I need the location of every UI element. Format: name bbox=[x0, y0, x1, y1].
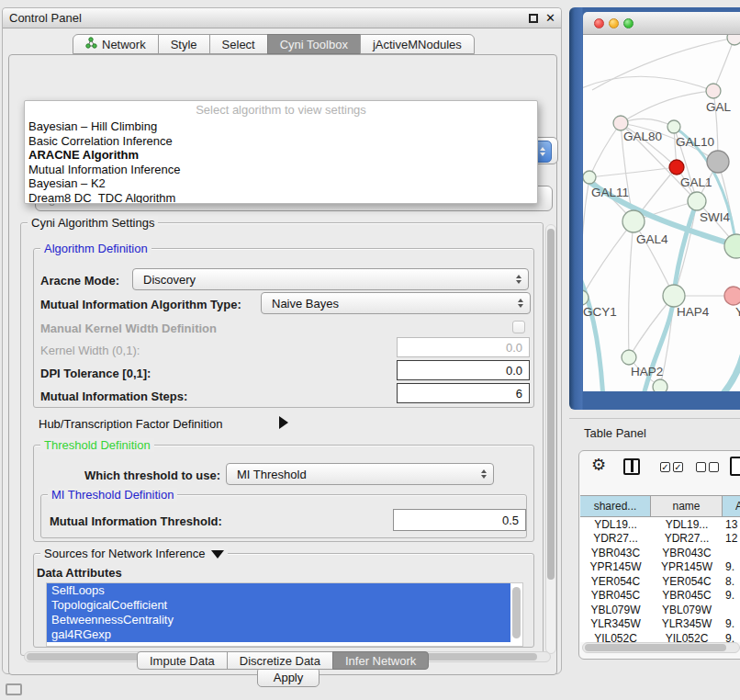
mi-algorithm-type-combo[interactable]: Naive Bayes bbox=[261, 292, 531, 314]
network-edge-highlighted[interactable] bbox=[583, 268, 603, 391]
popup-item-bayesian-hill-climbing[interactable]: Bayesian – Hill Climbing bbox=[25, 119, 537, 134]
popup-item-bayesian-k2[interactable]: Bayesian – K2 bbox=[25, 176, 537, 191]
table-cell[interactable]: YER054C bbox=[580, 574, 651, 589]
table-cell[interactable]: YBR043C bbox=[651, 546, 723, 560]
minimize-traffic-light-icon[interactable] bbox=[609, 18, 619, 28]
network-edge[interactable] bbox=[592, 38, 734, 90]
sources-collapse-arrow-icon[interactable] bbox=[211, 550, 224, 559]
gear-icon[interactable]: ⚙ bbox=[591, 455, 606, 475]
popup-item-dream8[interactable]: Dream8 DC_TDC Algorithm bbox=[25, 191, 537, 205]
network-edge[interactable] bbox=[629, 221, 633, 357]
table-cell[interactable]: 9. bbox=[723, 631, 740, 642]
split-columns-icon[interactable] bbox=[623, 458, 640, 475]
table-cell[interactable]: YPR145W bbox=[580, 560, 651, 575]
table-cell[interactable]: YBR045C bbox=[651, 589, 723, 604]
network-edge[interactable] bbox=[583, 177, 589, 298]
dpi-tolerance-field[interactable]: 0.0 bbox=[397, 360, 530, 380]
network-edge[interactable] bbox=[589, 123, 621, 177]
tab-select[interactable]: Select bbox=[209, 34, 268, 54]
table-cell[interactable]: 9. bbox=[723, 617, 740, 632]
node-y[interactable] bbox=[724, 287, 740, 305]
table-row[interactable]: YPR145WYPR145W9. bbox=[580, 560, 740, 575]
checked-checkbox-icon[interactable]: ✓ bbox=[673, 462, 683, 472]
table-row[interactable]: YBL079WYBL079W bbox=[580, 603, 740, 617]
node-gal4[interactable] bbox=[622, 210, 645, 232]
table-cell[interactable]: YER054C bbox=[651, 574, 723, 589]
network-window-titlebar[interactable] bbox=[583, 12, 740, 35]
node-gal10[interactable] bbox=[667, 120, 680, 133]
table-cell[interactable]: 9. bbox=[723, 589, 740, 604]
table-cell[interactable]: YLR345W bbox=[580, 617, 651, 632]
settings-vertical-scrollbar[interactable] bbox=[545, 224, 556, 654]
node-hap2[interactable] bbox=[622, 350, 636, 365]
table-cell[interactable]: YDL19... bbox=[651, 517, 723, 532]
float-window-icon[interactable] bbox=[529, 14, 538, 23]
close-traffic-light-icon[interactable] bbox=[594, 18, 604, 28]
table-row[interactable]: YBR045CYBR045C9. bbox=[580, 589, 740, 604]
apply-button[interactable]: Apply bbox=[257, 667, 320, 687]
attribute-list-item[interactable]: gal4RGexp bbox=[47, 627, 510, 642]
table-cell[interactable]: YDR27... bbox=[580, 532, 651, 547]
table-cell[interactable]: YBR045C bbox=[580, 589, 651, 604]
aracne-mode-combo[interactable]: Discovery bbox=[132, 268, 529, 290]
popup-item-aracne[interactable]: ARACNE Algorithm bbox=[25, 148, 537, 163]
node-gal-right[interactable] bbox=[706, 84, 721, 98]
tab-style[interactable]: Style bbox=[158, 34, 210, 54]
network-edge[interactable] bbox=[589, 167, 677, 177]
mi-threshold-field[interactable]: 0.5 bbox=[393, 509, 526, 531]
tab-jactivemnodules[interactable]: jActiveMNodules bbox=[360, 34, 475, 54]
table-cell[interactable]: YDR27... bbox=[651, 532, 723, 547]
attribute-list-item[interactable]: TopologicalCoefficient bbox=[47, 598, 510, 613]
manual-kernel-width-checkbox[interactable] bbox=[512, 321, 525, 333]
table-cell[interactable]: YIL052C bbox=[580, 631, 651, 642]
column-header-shared-name[interactable]: shared... bbox=[580, 496, 651, 516]
table-row[interactable]: YIL052CYIL052C9. bbox=[580, 631, 740, 642]
table-cell[interactable]: YLR345W bbox=[651, 617, 723, 632]
table-cell[interactable]: 13 bbox=[723, 517, 740, 532]
node-gal80[interactable] bbox=[613, 116, 628, 130]
tab-network[interactable]: Network bbox=[73, 34, 159, 54]
tab-infer-network[interactable]: Infer Network bbox=[332, 651, 429, 670]
table-row[interactable]: YER054CYER054C8. bbox=[580, 574, 740, 589]
tab-discretize-data[interactable]: Discretize Data bbox=[227, 651, 333, 670]
node-gray[interactable] bbox=[707, 151, 729, 173]
node-gal1[interactable] bbox=[688, 192, 706, 210]
which-threshold-combo[interactable]: MI Threshold bbox=[226, 463, 494, 485]
tab-impute-data[interactable]: Impute Data bbox=[137, 651, 228, 670]
network-edge[interactable] bbox=[621, 91, 713, 123]
node-swi4[interactable] bbox=[724, 234, 740, 258]
table-cell[interactable]: YIL052C bbox=[651, 631, 723, 642]
popup-item-mutual-information[interactable]: Mutual Information Inference bbox=[25, 163, 537, 177]
node-bottom[interactable] bbox=[653, 379, 667, 391]
attributes-list-scrollbar[interactable] bbox=[512, 587, 521, 642]
tab-cyni-toolbox[interactable]: Cyni Toolbox bbox=[267, 34, 361, 54]
network-edge[interactable] bbox=[713, 38, 734, 91]
kernel-width-field[interactable]: 0.0 bbox=[397, 337, 530, 357]
table-row[interactable]: YDL19...YDL19...13 bbox=[580, 517, 740, 532]
node-hap4[interactable] bbox=[663, 285, 685, 307]
panel-collapse-icon[interactable] bbox=[6, 683, 22, 695]
table-row[interactable]: YBR043CYBR043C bbox=[580, 546, 740, 560]
node-gal11[interactable] bbox=[583, 171, 596, 184]
table-cell[interactable]: 12 bbox=[723, 532, 740, 547]
network-edge[interactable] bbox=[621, 119, 674, 127]
table-cell[interactable]: YBR043C bbox=[580, 546, 651, 560]
node-top[interactable] bbox=[727, 35, 740, 45]
table-cell[interactable]: YBL079W bbox=[580, 603, 651, 617]
table-row[interactable]: YDR27...YDR27...12 bbox=[580, 532, 740, 547]
table-body[interactable]: YDL19...YDL19...13YDR27...YDR27...12YBR0… bbox=[580, 517, 740, 642]
column-header-clipped[interactable]: A bbox=[723, 496, 740, 516]
table-cell[interactable]: YBL079W bbox=[651, 603, 723, 617]
table-cell[interactable] bbox=[723, 546, 740, 560]
unchecked-checkbox-icon[interactable] bbox=[696, 462, 706, 472]
table-cell[interactable]: 8. bbox=[723, 574, 740, 589]
mi-steps-field[interactable]: 6 bbox=[397, 383, 530, 403]
table-cell[interactable]: 9. bbox=[723, 560, 740, 575]
attribute-list-item[interactable]: SelfLoops bbox=[47, 583, 510, 598]
data-attributes-list[interactable]: SelfLoopsTopologicalCoefficientBetweenne… bbox=[46, 582, 523, 647]
hub-expand-arrow-icon[interactable] bbox=[279, 416, 288, 429]
network-canvas[interactable]: GALGAL80GAL10GAL1GAL11GAL4SWI4GCY1HAP4YH… bbox=[583, 35, 740, 391]
table-horizontal-scrollbar[interactable] bbox=[582, 642, 740, 653]
network-view-window[interactable]: GALGAL80GAL10GAL1GAL11GAL4SWI4GCY1HAP4YH… bbox=[569, 7, 740, 410]
table-cell[interactable] bbox=[723, 603, 740, 617]
